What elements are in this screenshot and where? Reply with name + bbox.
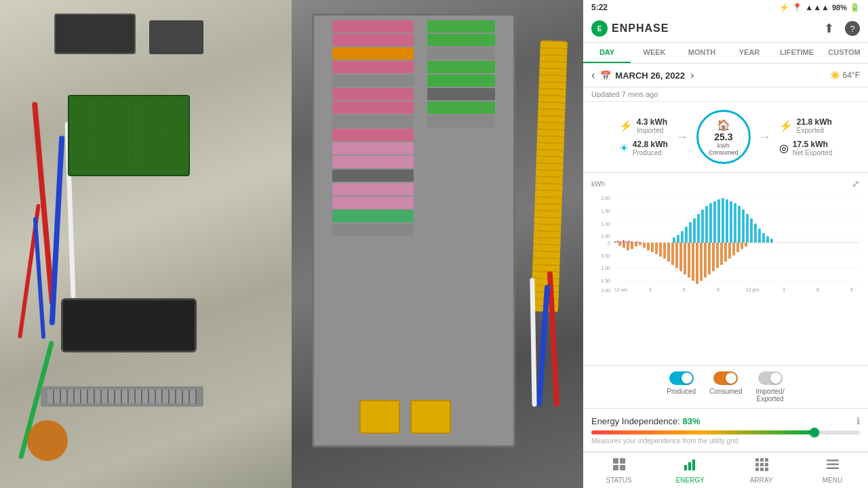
svg-rect-60 [692, 243, 694, 281]
svg-rect-29 [722, 198, 724, 243]
svg-rect-55 [671, 243, 674, 265]
chart-legend: Produced Consumed Imported/Exported [583, 366, 868, 409]
nav-array[interactable]: ARRAY [726, 457, 797, 484]
svg-rect-50 [651, 243, 654, 252]
svg-text:1.50: 1.50 [601, 209, 610, 214]
status-time: 5:22 [591, 3, 608, 12]
exported-text: 21.8 kWh Exported [797, 117, 832, 134]
svg-rect-54 [667, 243, 670, 262]
svg-text:0.50: 0.50 [601, 235, 610, 239]
energy-nav-icon [683, 457, 698, 475]
net-exported-item: ◎ 17.5 kWh Net Exported [779, 140, 832, 157]
svg-rect-70 [732, 243, 735, 256]
svg-text:12 am: 12 am [614, 287, 628, 292]
svg-rect-49 [647, 243, 650, 250]
svg-rect-58 [684, 243, 686, 274]
chart-header: kWh ⤢ [591, 178, 860, 189]
svg-rect-95 [620, 465, 625, 470]
consumed-knob [726, 373, 736, 384]
svg-text:9: 9 [850, 287, 853, 292]
svg-rect-63 [704, 243, 707, 278]
independence-header: Energy Independence: 83% ℹ [591, 415, 860, 426]
svg-rect-74 [614, 241, 616, 243]
imported-exported-toggle[interactable] [758, 371, 783, 385]
current-date: MARCH 26, 2022 [615, 70, 685, 81]
svg-rect-23 [697, 214, 700, 243]
enphase-logo-icon: E [591, 20, 608, 37]
svg-rect-27 [713, 201, 716, 243]
svg-rect-52 [659, 243, 662, 257]
svg-text:9: 9 [717, 287, 719, 292]
independence-info-icon[interactable]: ℹ [856, 415, 860, 426]
svg-rect-96 [684, 465, 687, 470]
flow-arrow-in: → [676, 130, 688, 144]
independence-bar-knob [810, 428, 819, 437]
svg-rect-109 [827, 464, 839, 466]
app-name: ENPHASE [612, 22, 669, 35]
menu-nav-label: MENU [823, 476, 842, 484]
svg-rect-35 [746, 214, 749, 243]
svg-rect-28 [717, 199, 720, 243]
weather-icon: ☀️ [830, 70, 840, 80]
nav-energy[interactable]: ENERGY [654, 457, 726, 484]
tab-week[interactable]: WEEK [631, 43, 678, 63]
help-icon[interactable]: ? [845, 21, 860, 36]
menu-nav-icon [825, 457, 840, 475]
svg-rect-80 [631, 241, 633, 243]
enphase-logo: E ENPHASE [591, 20, 669, 37]
consumed-toggle[interactable] [713, 371, 738, 385]
svg-rect-72 [741, 243, 743, 249]
tab-lifetime[interactable]: LIFETIME [773, 43, 821, 63]
tab-year[interactable]: YEAR [726, 43, 773, 63]
temperature: 64°F [843, 70, 860, 80]
next-date-button[interactable]: › [690, 69, 694, 81]
svg-rect-92 [613, 458, 618, 464]
svg-rect-36 [750, 218, 753, 243]
svg-rect-107 [765, 468, 768, 471]
svg-rect-108 [827, 460, 839, 462]
imported-text: 4.3 kWh Imported [637, 117, 667, 134]
nav-menu[interactable]: MENU [797, 457, 868, 484]
svg-rect-73 [745, 243, 747, 247]
svg-rect-93 [620, 458, 625, 464]
flow-diagram: ⚡ 4.3 kWh Imported ☀ 42.8 kWh Produced → [591, 110, 860, 164]
svg-text:12 pm: 12 pm [746, 287, 760, 293]
legend-imported-exported: Imported/Exported [755, 371, 784, 403]
svg-rect-66 [716, 243, 719, 268]
svg-text:2.00: 2.00 [601, 288, 610, 293]
tab-custom[interactable]: CUSTOM [821, 43, 868, 63]
produced-toggle[interactable] [669, 371, 694, 385]
tab-month[interactable]: MONTH [678, 43, 726, 63]
svg-text:1.50: 1.50 [601, 279, 610, 283]
prev-date-button[interactable]: ‹ [591, 69, 595, 81]
exported-item: ⚡ 21.8 kWh Exported [779, 117, 832, 134]
svg-text:6: 6 [816, 287, 819, 292]
photo-panel [0, 0, 583, 488]
svg-rect-42 [618, 243, 621, 246]
svg-rect-53 [663, 243, 666, 258]
svg-rect-78 [625, 241, 627, 243]
svg-rect-71 [736, 243, 739, 252]
svg-rect-61 [696, 243, 698, 284]
svg-rect-37 [754, 224, 757, 243]
share-icon[interactable]: ⬆ [824, 21, 834, 36]
flow-left-side: ⚡ 4.3 kWh Imported ☀ 42.8 kWh Produced [619, 117, 668, 157]
nav-status[interactable]: STATUS [583, 457, 654, 484]
bottom-nav: STATUS ENERGY [583, 452, 868, 488]
flow-arrow-out: → [759, 130, 771, 144]
svg-rect-40 [766, 237, 769, 243]
expand-chart-button[interactable]: ⤢ [852, 178, 860, 189]
svg-rect-68 [724, 243, 727, 262]
svg-rect-24 [701, 209, 704, 243]
svg-rect-104 [765, 463, 768, 466]
svg-text:3: 3 [649, 287, 652, 292]
consumed-legend-label: Consumed [709, 388, 742, 395]
produced-legend-label: Produced [667, 388, 696, 395]
tab-day[interactable]: DAY [583, 43, 631, 63]
svg-rect-19 [681, 231, 684, 243]
svg-rect-20 [685, 227, 688, 243]
svg-rect-34 [742, 209, 745, 243]
flow-right-side: ⚡ 21.8 kWh Exported ◎ 17.5 kWh Net Expor… [779, 117, 832, 157]
svg-rect-77 [623, 240, 625, 243]
array-nav-icon [754, 457, 769, 475]
